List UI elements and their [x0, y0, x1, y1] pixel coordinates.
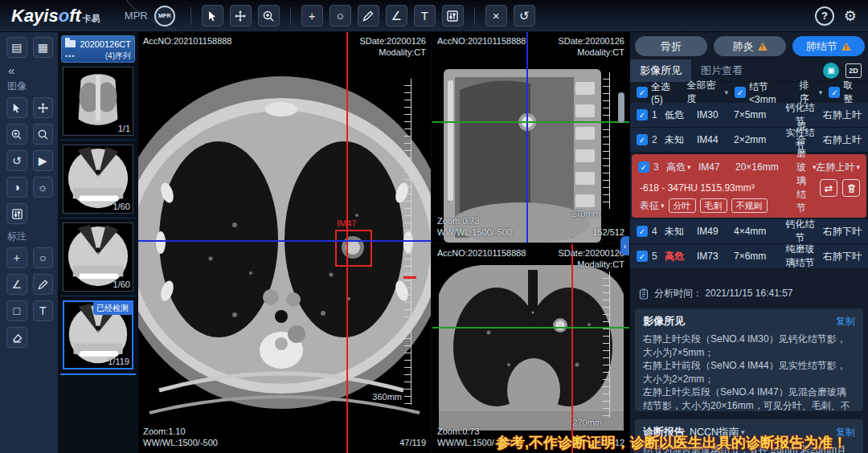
location-dropdown[interactable]: 左肺上叶▾ — [816, 161, 860, 174]
series-thumbnail-3[interactable]: 1/60 — [63, 222, 133, 292]
round-checkbox[interactable]: ✓ — [829, 87, 840, 98]
nodule-row-2[interactable]: ✓ 2 未知 IM44 2×2mm 实性结节 右肺上叶 — [630, 128, 868, 153]
nodule-size: 20×16mm — [735, 161, 792, 173]
select-all-checkbox[interactable]: ✓ — [637, 87, 648, 98]
transfer-icon: ⇄ — [825, 182, 833, 194]
rectangle-icon: □ — [14, 305, 20, 316]
row-checkbox[interactable]: ✓ — [637, 251, 648, 262]
clipboard-icon — [638, 288, 649, 300]
sidebar-pan-button[interactable] — [33, 97, 54, 118]
risk-dropdown[interactable]: 高危▾ — [666, 161, 698, 174]
eraser-icon — [11, 332, 23, 344]
zoom-tool-button[interactable] — [258, 5, 280, 27]
tab-pneumonia[interactable]: 肺炎 — [714, 36, 786, 56]
tab-lung-nodule-active[interactable]: 肺结节 — [792, 36, 865, 56]
characteristics-dropdown[interactable]: 表征▾ — [640, 199, 665, 213]
thumb-divider — [60, 296, 136, 296]
sidebar-cursor-button[interactable] — [6, 97, 27, 118]
2d-view-icon[interactable]: 2D — [845, 63, 862, 78]
study-title: 20200126CT — [80, 39, 131, 49]
series-header[interactable]: 20200126CT ••• (4)序列 — [61, 35, 135, 63]
nodule-row-4[interactable]: ✓ 4 未知 IM49 4×4mm 钙化结节 右肺下叶 — [630, 219, 868, 244]
nodule-row-3-selected[interactable]: ✓ 3 高危▾ IM47 20×16mm 混合磨玻璃结节▾ 左肺上叶▾ -618… — [632, 154, 866, 218]
sagittal-viewport[interactable]: AccNO:202101158888 SDate:20200126Modalit… — [432, 32, 629, 243]
axial-modality: Modality:CT — [379, 47, 426, 57]
axial-slice-marker[interactable] — [403, 276, 416, 279]
findings-box: 影像所见 复制 右肺上叶尖段（SeNO.4 IM30）见钙化结节影，大小为7×5… — [635, 308, 863, 411]
annotate-ellipse-button[interactable]: ○ — [33, 247, 54, 268]
delete-nodule-button[interactable] — [842, 179, 860, 197]
selected-thumb-underline — [60, 373, 136, 375]
coronal-modality: Modality:CT — [577, 259, 624, 269]
series-thumbnail-4-selected[interactable]: 已经检测 1/119 — [63, 300, 133, 369]
annotate-pencil-button[interactable] — [33, 274, 54, 295]
help-button[interactable]: ? — [815, 6, 834, 26]
nodule-row-1[interactable]: ✓ 1 低危 IM30 7×5mm 钙化结节 右肺上叶 — [630, 103, 868, 128]
annotate-rectangle-button[interactable]: □ — [6, 300, 27, 321]
sagittal-crosshair-horizontal[interactable] — [432, 121, 629, 123]
row-checkbox[interactable]: ✓ — [638, 161, 649, 173]
annotation-tools-label: 标注 — [7, 230, 53, 243]
annotate-crosshair-button[interactable]: + — [6, 247, 27, 268]
crosshair-tool-button[interactable]: + — [301, 5, 323, 27]
reset-tool-button[interactable]: ↺ — [514, 5, 535, 27]
annotate-angle-button[interactable]: ∠ — [6, 274, 27, 295]
ellipse-tool-button[interactable]: ○ — [330, 5, 351, 27]
mpr-mode-button[interactable]: MPR — [154, 6, 175, 27]
cursor-tool-button[interactable] — [202, 5, 223, 27]
window-level-tool-button[interactable] — [442, 5, 464, 27]
settings-button[interactable]: ⚙ — [844, 7, 857, 25]
row-checkbox[interactable]: ✓ — [637, 109, 648, 120]
nodule-row-5[interactable]: ✓ 5 高危 IM73 7×6mm 纯磨玻璃结节 右肺下叶 — [630, 244, 868, 269]
series-thumbnail-scout[interactable]: 1/1 — [63, 67, 133, 136]
pan-tool-button[interactable] — [230, 5, 252, 27]
tag-spiculated[interactable]: 毛刺 — [700, 198, 727, 213]
close-tool-button[interactable]: × — [485, 5, 507, 27]
panel-scrollbar-thumb[interactable] — [618, 92, 624, 123]
check-icon: ✓ — [639, 252, 645, 261]
tag-lobulated[interactable]: 分叶 — [669, 198, 696, 213]
sidebar-zoom-in-button[interactable] — [6, 124, 27, 145]
annotate-text-button[interactable]: T — [33, 300, 54, 321]
layout-button[interactable]: ▦ — [33, 37, 54, 58]
row-checkbox[interactable]: ✓ — [637, 226, 648, 237]
report-bubble-icon[interactable]: ▣ — [823, 63, 839, 79]
coronal-crosshair-horizontal[interactable] — [432, 327, 629, 329]
row-checkbox[interactable]: ✓ — [637, 134, 648, 145]
sidebar-window-level-button[interactable] — [6, 203, 27, 224]
coronal-viewport[interactable]: AccNO:202101158888 SDate:20200126Modalit… — [432, 244, 629, 453]
angle-tool-button[interactable]: ∠ — [386, 5, 407, 27]
ai-module-tabs: 骨折 肺炎 肺结节 — [630, 32, 868, 59]
check-icon: ✓ — [737, 88, 743, 97]
series-thumbnail-2[interactable]: 1/60 — [63, 145, 133, 214]
cursor-icon — [10, 102, 23, 114]
sagittal-crosshair-vertical[interactable] — [526, 32, 528, 243]
panel-collapse-handle[interactable]: › — [620, 236, 629, 255]
sidebar-flip-button[interactable]: ▶ — [33, 150, 54, 171]
axial-crosshair-horizontal[interactable] — [138, 240, 431, 242]
tab-fracture[interactable]: 骨折 — [635, 36, 707, 56]
more-icon[interactable]: ••• — [65, 52, 75, 60]
sidebar-rotate-button[interactable]: ↺ — [6, 150, 27, 171]
small-nodule-checkbox[interactable]: ✓ — [735, 87, 746, 98]
locate-transfer-button[interactable]: ⇄ — [820, 179, 837, 197]
axial-crosshair-vertical[interactable] — [346, 32, 348, 453]
nodule-size: 7×6mm — [734, 251, 785, 262]
pencil-tool-button[interactable] — [358, 5, 379, 27]
sidebar-contrast-button[interactable]: ◑ — [6, 177, 27, 198]
sidebar-magnify-button[interactable] — [33, 124, 54, 145]
text-tool-button[interactable]: T — [414, 5, 436, 27]
density-dropdown[interactable]: 全部密度▾ — [687, 79, 729, 106]
annotate-eraser-button[interactable] — [6, 327, 27, 348]
collapse-sidebar-button[interactable]: « — [8, 63, 53, 77]
axial-viewport[interactable]: IM47 AccNO:202101158888 SDate:20200126Mo… — [138, 32, 431, 453]
thumb-index: 1/1 — [118, 124, 130, 133]
nodule-number: 3 — [653, 161, 666, 173]
type-dropdown[interactable]: 混合磨玻璃结节▾ — [792, 120, 816, 215]
copy-findings-button[interactable]: 复制 — [836, 315, 855, 329]
tag-irregular[interactable]: 不规则 — [731, 198, 768, 213]
nodule-location: 右肺下叶 — [815, 225, 862, 239]
series-list-button[interactable]: ▤ — [6, 37, 27, 58]
sidebar-brightness-button[interactable]: ☼ — [33, 177, 54, 198]
subtab-findings[interactable]: 影像所见 — [630, 59, 691, 82]
